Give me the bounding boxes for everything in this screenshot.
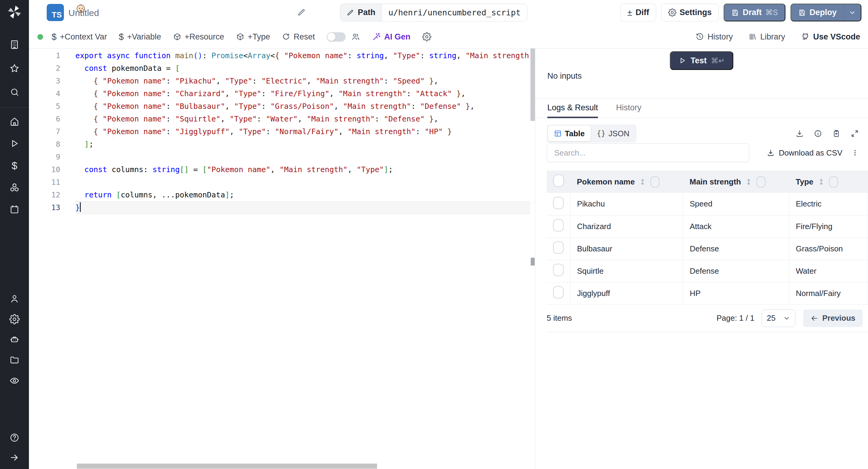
settings-button[interactable]: Settings bbox=[661, 4, 719, 22]
sidebar-divider bbox=[0, 107, 29, 107]
deploy-button[interactable]: Deploy bbox=[790, 4, 861, 22]
arrow-left-icon bbox=[810, 314, 818, 322]
multiplayer-icon[interactable] bbox=[351, 32, 360, 41]
star-icon[interactable] bbox=[7, 61, 22, 76]
test-shortcut: ⌘↵ bbox=[711, 56, 725, 65]
code-line[interactable]: 11 bbox=[29, 176, 530, 189]
line-number: 1 bbox=[29, 50, 60, 62]
expand-icon[interactable] bbox=[850, 129, 859, 138]
download-csv-button[interactable]: Download as CSV bbox=[767, 148, 842, 158]
row-checkbox[interactable] bbox=[553, 197, 564, 209]
calendar-icon[interactable] bbox=[7, 202, 22, 217]
test-button[interactable]: Test ⌘↵ bbox=[670, 51, 733, 70]
result-content: Table {} JSON bbox=[535, 118, 868, 469]
download-result-icon[interactable] bbox=[795, 129, 804, 138]
windmill-logo[interactable] bbox=[7, 4, 22, 20]
code-line[interactable]: 3 { "Pokemon name": "Pikachu", "Type": "… bbox=[29, 75, 530, 87]
use-vscode-button[interactable]: Use VScode bbox=[801, 32, 860, 41]
kebab-menu-icon[interactable] bbox=[851, 149, 859, 157]
toggle-knob bbox=[327, 33, 336, 41]
tab-history[interactable]: History bbox=[616, 99, 641, 118]
row-checkbox[interactable] bbox=[553, 286, 564, 299]
path-widget[interactable]: Path u/henri/unencumbered_script bbox=[340, 4, 527, 22]
row-checkbox[interactable] bbox=[553, 219, 564, 231]
previous-page-button[interactable]: Previous bbox=[803, 310, 863, 327]
edit-pencil-icon[interactable] bbox=[297, 8, 306, 17]
column-filter-pill[interactable] bbox=[756, 176, 766, 187]
code-line[interactable]: 2 const pokemonData = [ bbox=[29, 62, 530, 75]
code-text: return [columns, ...pokemonData]; bbox=[75, 189, 234, 201]
code-line[interactable]: 8 ]; bbox=[29, 138, 530, 151]
path-value: u/henri/unencumbered_script bbox=[382, 4, 527, 21]
diff-button[interactable]: ± Diff bbox=[620, 4, 656, 22]
column-label: Main strength bbox=[689, 177, 741, 187]
row-checkbox[interactable] bbox=[553, 242, 564, 254]
robot-icon[interactable] bbox=[7, 333, 22, 347]
info-icon[interactable] bbox=[814, 129, 822, 138]
save-icon bbox=[798, 9, 806, 17]
home-icon[interactable] bbox=[7, 114, 22, 129]
library-button[interactable]: Library bbox=[748, 32, 785, 41]
gear-icon[interactable] bbox=[7, 312, 22, 326]
code-line[interactable]: 7 { "Pokemon name": "Jigglypuff", "Type"… bbox=[29, 125, 530, 138]
column-header[interactable]: Main strength bbox=[683, 170, 789, 193]
add-variable-button[interactable]: $ +Variable bbox=[119, 32, 161, 41]
user-icon[interactable] bbox=[7, 291, 22, 306]
add-context-var-button[interactable]: $ +Context Var bbox=[52, 32, 107, 41]
reset-icon bbox=[282, 33, 290, 41]
row-checkbox[interactable] bbox=[553, 264, 564, 276]
no-inputs-label: No inputs bbox=[547, 71, 582, 81]
draft-button[interactable]: Draft ⌘S bbox=[724, 4, 785, 22]
code-line[interactable]: 1export async function main(): Promise<A… bbox=[29, 50, 530, 62]
building-icon[interactable] bbox=[7, 37, 22, 52]
search-icon[interactable] bbox=[7, 85, 22, 99]
history-button[interactable]: History bbox=[695, 32, 733, 41]
view-table-option[interactable]: Table bbox=[548, 126, 591, 142]
plus-minus-icon: ± bbox=[627, 8, 632, 17]
cubes-icon[interactable] bbox=[7, 180, 22, 195]
items-count: 5 items bbox=[547, 313, 572, 323]
code-text: { "Pokemon name": "Pikachu", "Type": "El… bbox=[75, 75, 438, 87]
code-line[interactable]: 10 const columns: string[] = ["Pokemon n… bbox=[29, 163, 530, 176]
arrow-right-icon[interactable] bbox=[7, 450, 22, 465]
diff-mode-toggle[interactable] bbox=[327, 32, 346, 41]
code-lines[interactable]: 1export async function main(): Promise<A… bbox=[29, 49, 530, 462]
ai-gen-button[interactable]: AI Gen bbox=[372, 32, 410, 41]
clipboard-copy-icon[interactable] bbox=[832, 129, 841, 138]
code-line[interactable]: 5 { "Pokemon name": "Bulbasaur", "Type":… bbox=[29, 100, 530, 113]
table-cell: HP bbox=[683, 282, 789, 305]
column-filter-pill[interactable] bbox=[829, 176, 838, 187]
code-line[interactable]: 12 return [columns, ...pokemonData]; bbox=[29, 189, 530, 201]
view-mode-segmented: Table {} JSON bbox=[547, 124, 637, 143]
add-type-button[interactable]: +Type bbox=[236, 32, 270, 41]
code-editor[interactable]: 1export async function main(): Promise<A… bbox=[29, 49, 535, 469]
editor-vertical-scrollbar[interactable] bbox=[530, 49, 535, 121]
column-filter-pill[interactable] bbox=[650, 176, 659, 187]
editor-horizontal-scrollbar[interactable] bbox=[77, 464, 377, 469]
view-json-option[interactable]: {} JSON bbox=[591, 126, 635, 142]
column-header[interactable]: Type bbox=[789, 170, 868, 193]
play-icon[interactable] bbox=[7, 136, 22, 151]
search-input[interactable] bbox=[547, 144, 749, 162]
tab-logs-result[interactable]: Logs & Result bbox=[547, 99, 598, 118]
help-icon[interactable] bbox=[7, 430, 22, 445]
folder-icon[interactable] bbox=[7, 353, 22, 368]
typescript-badge: TS bbox=[47, 4, 64, 21]
sort-icon bbox=[745, 178, 752, 186]
dollar-icon[interactable]: $ bbox=[7, 158, 22, 173]
chevron-down-icon[interactable] bbox=[844, 4, 861, 21]
page-size-select[interactable]: 25 bbox=[762, 310, 795, 327]
code-line[interactable]: 9 bbox=[29, 151, 530, 163]
package-icon bbox=[236, 33, 244, 41]
editor-settings-gear-icon[interactable] bbox=[422, 32, 431, 41]
code-line[interactable]: 6 { "Pokemon name": "Squirtle", "Type": … bbox=[29, 113, 530, 125]
line-number: 13 bbox=[29, 201, 60, 214]
reset-button[interactable]: Reset bbox=[282, 32, 315, 41]
column-header[interactable]: Pokemon name bbox=[570, 170, 683, 193]
code-line[interactable]: 4 { "Pokemon name": "Charizard", "Type":… bbox=[29, 87, 530, 100]
code-line[interactable]: 13} bbox=[29, 201, 530, 214]
line-number: 11 bbox=[29, 176, 60, 189]
add-resource-button[interactable]: +Resource bbox=[173, 32, 224, 41]
select-all-checkbox[interactable] bbox=[553, 175, 564, 187]
eye-icon[interactable] bbox=[7, 373, 22, 388]
